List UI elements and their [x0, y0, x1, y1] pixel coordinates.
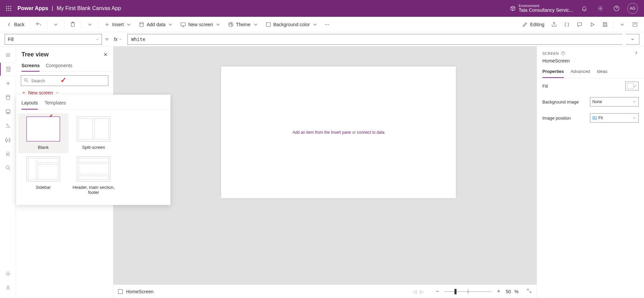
- tab-ideas[interactable]: Ideas: [597, 67, 607, 78]
- bg-color-button[interactable]: Background color: [263, 19, 321, 30]
- app-checker-button[interactable]: [561, 19, 573, 30]
- svg-point-8: [10, 10, 11, 11]
- property-selector[interactable]: Fill: [5, 34, 102, 45]
- theme-button[interactable]: Theme: [225, 19, 261, 30]
- connect-data-link[interactable]: connect to data: [357, 130, 384, 135]
- formula-input[interactable]: White: [127, 34, 623, 45]
- rail-tree-view-icon[interactable]: [0, 62, 16, 76]
- settings-icon[interactable]: [592, 0, 608, 17]
- user-avatar[interactable]: AG: [627, 3, 638, 14]
- tab-components[interactable]: Components: [46, 63, 72, 72]
- info-icon[interactable]: [561, 51, 565, 55]
- rail-settings-icon[interactable]: [1, 267, 15, 281]
- rail-tools-icon[interactable]: [1, 147, 15, 161]
- svg-point-26: [7, 286, 9, 288]
- imgpos-select[interactable]: Fit: [590, 113, 639, 123]
- app-name[interactable]: My First Blank Canvas App: [57, 5, 121, 11]
- search-icon: [23, 78, 29, 84]
- formula-expand-button[interactable]: [626, 34, 639, 45]
- nav-next-icon[interactable]: ▷: [420, 289, 424, 294]
- tree-view-title: Tree view: [21, 51, 49, 58]
- rail-ask-icon[interactable]: [1, 281, 15, 295]
- tab-advanced[interactable]: Advanced: [571, 67, 590, 78]
- rail-hamburger-icon[interactable]: [1, 48, 15, 62]
- status-screen-name[interactable]: HomeScreen: [126, 289, 154, 294]
- close-icon[interactable]: ✕: [103, 51, 108, 58]
- design-canvas[interactable]: Add an item from the Insert pane or conn…: [221, 67, 456, 198]
- save-split-button[interactable]: [616, 19, 628, 30]
- rail-flows-icon[interactable]: [1, 119, 15, 132]
- layout-split-screen[interactable]: Split-screen: [68, 113, 119, 153]
- editing-mode-button[interactable]: Editing: [519, 19, 547, 30]
- notifications-icon[interactable]: [576, 0, 592, 17]
- save-button[interactable]: [599, 19, 611, 30]
- svg-point-7: [8, 10, 9, 11]
- svg-point-3: [6, 8, 7, 9]
- comments-button[interactable]: [574, 19, 585, 30]
- product-name[interactable]: Power Apps: [17, 5, 48, 11]
- fill-color-picker[interactable]: [625, 82, 639, 90]
- bgimage-select[interactable]: None: [590, 97, 639, 107]
- rail-variables-icon[interactable]: (𝑥): [1, 133, 15, 146]
- rail-insert-icon[interactable]: [1, 77, 15, 90]
- zoom-slider[interactable]: [444, 288, 491, 295]
- header-title: Power Apps | My First Blank Canvas App: [17, 5, 121, 11]
- svg-rect-22: [6, 110, 10, 113]
- app-launcher-icon[interactable]: [3, 3, 14, 14]
- tab-properties[interactable]: Properties: [542, 67, 564, 78]
- zoom-in-button[interactable]: +: [495, 288, 502, 295]
- rail-media-icon[interactable]: [1, 105, 15, 118]
- svg-point-25: [7, 273, 9, 275]
- insert-pane-link[interactable]: Add an item from the Insert pane: [292, 130, 351, 135]
- back-button[interactable]: Back: [3, 19, 27, 30]
- svg-point-9: [600, 8, 601, 9]
- new-screen-flyout: Layouts Templates ✓ Blank Split-screen S…: [16, 95, 170, 205]
- fx-button[interactable]: fx: [112, 37, 124, 42]
- fit-to-window-icon[interactable]: [527, 288, 532, 295]
- equals-label: =: [105, 36, 108, 42]
- layout-sidebar[interactable]: Sidebar: [18, 153, 68, 198]
- tab-screens[interactable]: Screens: [21, 63, 40, 72]
- properties-pane: SCREEN HomeScreen Properties Advanced Id…: [537, 46, 644, 298]
- canvas-hint: Add an item from the Insert pane or conn…: [292, 130, 384, 135]
- tree-search: ✓: [21, 75, 108, 86]
- rail-data-icon[interactable]: [1, 91, 15, 104]
- svg-rect-19: [266, 23, 270, 27]
- svg-rect-14: [181, 23, 185, 26]
- insert-button[interactable]: Insert: [101, 19, 135, 30]
- undo-split-button[interactable]: [50, 19, 61, 30]
- zoom-out-button[interactable]: −: [434, 288, 441, 295]
- svg-point-6: [6, 10, 7, 11]
- environment-picker[interactable]: Environment Tata Consultancy Servic...: [510, 4, 573, 13]
- flyout-tab-templates[interactable]: Templates: [45, 98, 66, 110]
- publish-button[interactable]: [629, 19, 641, 30]
- undo-button[interactable]: [33, 19, 44, 30]
- svg-point-16: [229, 24, 230, 24]
- annotation-checkmark: ✓: [60, 76, 66, 85]
- paste-button[interactable]: [67, 19, 78, 30]
- layout-blank[interactable]: ✓ Blank: [18, 113, 68, 153]
- rail-search-icon[interactable]: [1, 161, 15, 175]
- more-button[interactable]: ⋯: [322, 19, 332, 30]
- app-header: Power Apps | My First Blank Canvas App E…: [0, 0, 644, 17]
- pane-expand-icon[interactable]: [634, 50, 639, 56]
- share-button[interactable]: [548, 19, 560, 30]
- prop-bgimage-label: Background image: [542, 99, 579, 104]
- nav-prev-icon[interactable]: ◁: [413, 289, 417, 294]
- paste-split-button[interactable]: [84, 19, 96, 30]
- preview-button[interactable]: [587, 19, 598, 30]
- image-icon: [592, 116, 597, 120]
- add-data-button[interactable]: Add data: [136, 19, 176, 30]
- zoom-value: 50: [506, 289, 511, 294]
- layout-header-main-footer[interactable]: Header, main section, footer: [68, 153, 119, 198]
- svg-point-15: [228, 22, 233, 27]
- svg-point-0: [6, 6, 7, 7]
- svg-point-21: [6, 95, 10, 97]
- flyout-tab-layouts[interactable]: Layouts: [21, 98, 38, 110]
- status-bar: HomeScreen ◁ ▷ − + 50 %: [113, 285, 537, 298]
- help-icon[interactable]: [608, 0, 625, 17]
- svg-point-24: [6, 166, 9, 169]
- pencil-icon: [634, 84, 637, 88]
- tree-view-pane: Tree view ✕ Screens Components ✓ New scr…: [16, 46, 113, 298]
- new-screen-button[interactable]: New screen: [177, 19, 224, 30]
